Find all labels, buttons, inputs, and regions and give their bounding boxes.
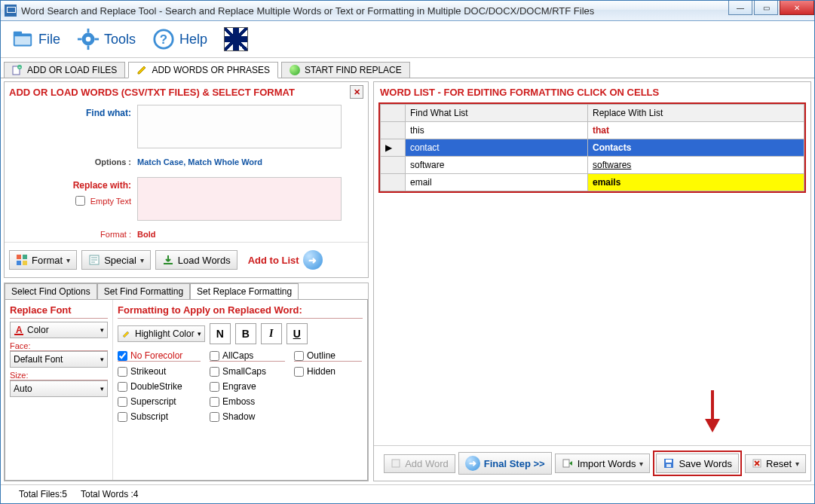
svg-text:+: + <box>18 65 21 69</box>
col-find-what[interactable]: Find What List <box>406 105 588 122</box>
special-button[interactable]: Special▾ <box>81 250 151 270</box>
tab-set-replace-formatting[interactable]: Set Replace Formatting <box>190 283 299 299</box>
menu-file[interactable]: File <box>11 28 60 50</box>
file-icon <box>11 28 34 50</box>
final-step-button[interactable]: ➜ Final Step >> <box>458 452 552 475</box>
outline-checkbox[interactable]: Outline <box>294 350 362 362</box>
format-button[interactable]: Format▾ <box>9 250 77 270</box>
reset-icon <box>752 458 762 469</box>
reset-button[interactable]: Reset▾ <box>745 454 806 473</box>
app-icon <box>5 5 17 17</box>
svg-rect-22 <box>14 334 23 335</box>
maximize-button[interactable]: ▭ <box>754 1 778 15</box>
load-words-button[interactable]: Load Words <box>155 250 237 270</box>
format-label: Format : <box>11 227 137 239</box>
emboss-checkbox[interactable]: Emboss <box>210 396 285 407</box>
tab-add-files[interactable]: + ADD OR LOAD FILES <box>4 62 125 78</box>
add-word-button[interactable]: Add Word <box>384 454 455 473</box>
main-tab-strip: + ADD OR LOAD FILES ADD WORDS OR PHRASES… <box>1 58 814 78</box>
svg-rect-17 <box>17 261 21 265</box>
svg-text:?: ? <box>160 32 167 47</box>
smallcaps-checkbox[interactable]: SmallCaps <box>210 366 285 377</box>
table-row[interactable]: emailemails <box>381 174 804 191</box>
find-cell[interactable]: contact <box>406 139 588 157</box>
arrow-right-icon: ➜ <box>303 250 323 270</box>
menu-help[interactable]: ? Help <box>152 28 207 50</box>
shadow-checkbox[interactable]: Shadow <box>210 411 285 422</box>
svg-rect-5 <box>87 29 90 33</box>
svg-rect-16 <box>23 255 27 259</box>
col-replace-with[interactable]: Replace With List <box>588 105 804 122</box>
row-header[interactable]: ▶ <box>381 139 406 157</box>
engrave-checkbox[interactable]: Engrave <box>210 381 285 392</box>
svg-rect-27 <box>666 460 672 463</box>
title-bar: Word Search and Replace Tool - Search an… <box>1 1 814 21</box>
highlight-color-dropdown[interactable]: Highlight Color▾ <box>118 325 205 342</box>
status-total-words: Total Words :4 <box>81 489 138 499</box>
subscript-checkbox[interactable]: Subscript <box>118 411 201 422</box>
row-header[interactable] <box>381 174 406 191</box>
svg-text:A: A <box>16 325 23 335</box>
minimize-button[interactable]: — <box>728 1 752 15</box>
find-what-input[interactable] <box>137 105 342 148</box>
find-what-label: Find what: <box>11 105 137 118</box>
save-words-button[interactable]: Save Words <box>656 454 739 473</box>
table-row[interactable]: ▶contactContacts <box>381 139 804 157</box>
svg-marker-14 <box>138 66 146 74</box>
replace-cell[interactable]: emails <box>588 174 804 191</box>
svg-rect-20 <box>164 263 173 264</box>
word-list-title: WORD LIST - FOR EDITING FORMATTING CLICK… <box>374 82 810 102</box>
strikeout-checkbox[interactable]: Strikeout <box>118 366 201 377</box>
add-file-icon: + <box>12 65 23 75</box>
italic-button[interactable]: I <box>261 323 282 344</box>
find-cell[interactable]: this <box>406 122 588 139</box>
face-dropdown[interactable]: Default Font▾ <box>10 351 108 368</box>
underline-button[interactable]: U <box>286 323 308 344</box>
help-icon: ? <box>152 28 175 50</box>
find-cell[interactable]: email <box>406 174 588 191</box>
replace-cell[interactable]: Contacts <box>588 139 804 157</box>
size-dropdown[interactable]: Auto▾ <box>10 380 108 397</box>
row-header[interactable] <box>381 157 406 174</box>
tab-set-find-formatting[interactable]: Set Find Formatting <box>97 283 190 299</box>
tab-select-find-options[interactable]: Select Find Options <box>5 283 97 299</box>
svg-rect-2 <box>15 36 31 44</box>
doublestrike-checkbox[interactable]: DoubleStrike <box>118 381 201 392</box>
row-header[interactable] <box>381 122 406 139</box>
add-word-icon <box>391 458 401 469</box>
hidden-checkbox[interactable]: Hidden <box>294 366 362 377</box>
replace-with-input[interactable] <box>137 177 342 221</box>
bold-button[interactable]: B <box>235 323 256 344</box>
table-row[interactable]: softwaresoftwares <box>381 157 804 174</box>
find-cell[interactable]: software <box>406 157 588 174</box>
close-button[interactable]: ✕ <box>780 1 814 15</box>
empty-text-checkbox[interactable]: Empty Text <box>72 194 131 208</box>
status-total-files: Total Files:5 <box>19 489 67 499</box>
tab-add-words[interactable]: ADD WORDS OR PHRASES <box>128 62 278 78</box>
word-list-grid[interactable]: Find What List Replace With List thistha… <box>378 102 806 193</box>
panel-close-button[interactable]: ✕ <box>350 85 363 99</box>
table-row[interactable]: thisthat <box>381 122 804 139</box>
text-color-icon: A <box>14 325 24 335</box>
add-to-list-button[interactable]: Add to List ➜ <box>242 247 329 273</box>
svg-marker-23 <box>123 331 129 338</box>
pencil-icon <box>136 65 147 75</box>
tab-start-find-replace[interactable]: START FIND REPLACE <box>281 62 410 78</box>
special-icon <box>88 254 100 266</box>
import-words-button[interactable]: Import Words▾ <box>555 454 651 473</box>
color-dropdown[interactable]: A Color▾ <box>10 322 108 338</box>
replace-cell[interactable]: that <box>588 122 804 139</box>
svg-rect-25 <box>563 460 569 467</box>
replace-with-label: Replace with: <box>73 180 131 191</box>
download-icon <box>162 254 174 266</box>
play-icon <box>290 65 300 75</box>
menu-language[interactable] <box>224 27 248 51</box>
status-bar: Total Files:5 Total Words :4 <box>1 484 814 503</box>
no-forecolor-checkbox[interactable]: No Forecolor <box>118 350 201 362</box>
menu-tools[interactable]: Tools <box>77 28 136 50</box>
superscript-checkbox[interactable]: Superscript <box>118 396 201 407</box>
allcaps-checkbox[interactable]: AllCaps <box>210 350 285 362</box>
normal-button[interactable]: N <box>210 323 231 344</box>
replace-cell[interactable]: softwares <box>588 157 804 174</box>
window-title: Word Search and Replace Tool - Search an… <box>21 5 594 17</box>
